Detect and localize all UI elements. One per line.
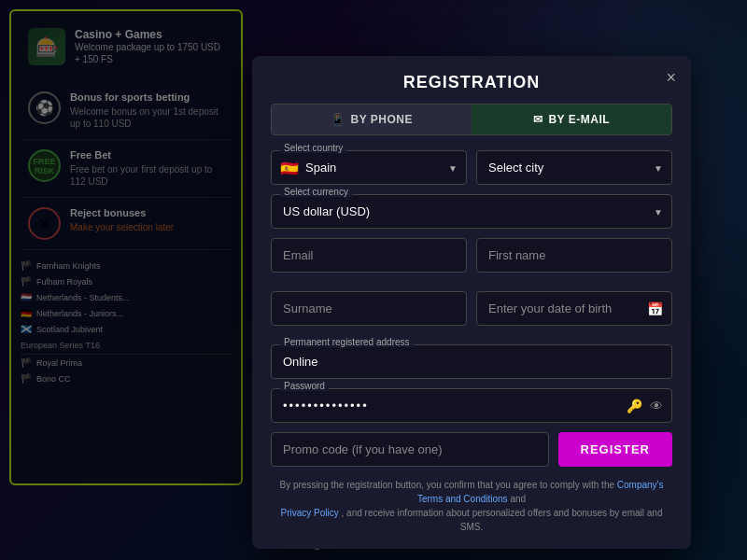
legal-suffix: , and receive information about personal… — [342, 508, 663, 532]
currency-field-wrap: Select currency US dollar (USD) Euro (EU… — [271, 194, 672, 229]
surname-input[interactable] — [271, 291, 467, 326]
close-button[interactable]: × — [666, 69, 676, 86]
promo-input[interactable] — [271, 432, 549, 467]
legal-and: and — [510, 494, 526, 504]
password-field-wrap: Password 🔑 👁 — [271, 388, 672, 423]
city-select[interactable]: Select city — [476, 150, 672, 185]
tab-bar: 📱 BY PHONE ✉ BY E-MAIL — [271, 104, 672, 135]
registration-modal: REGISTRATION × 📱 BY PHONE ✉ BY E-MAIL Se… — [252, 56, 691, 549]
address-input[interactable]: Online — [271, 344, 672, 379]
promo-field-wrap — [271, 432, 549, 467]
firstname-input[interactable] — [476, 238, 672, 273]
password-toggle-icon[interactable]: 👁 — [650, 399, 663, 413]
country-select[interactable]: Spain Germany France — [271, 150, 467, 185]
email-input[interactable] — [271, 238, 467, 273]
country-city-row: Select country 🇪🇸 Spain Germany France S… — [271, 150, 672, 185]
currency-select-wrap: US dollar (USD) Euro (EUR) Bitcoin (BTC) — [271, 194, 672, 229]
address-field-wrap: Permanent registered address Online — [271, 344, 672, 379]
country-label: Select country — [280, 143, 346, 153]
tab-email[interactable]: ✉ BY E-MAIL — [472, 105, 671, 134]
tab-phone-label: BY PHONE — [351, 113, 413, 126]
password-label: Password — [280, 381, 329, 391]
promo-register-row: REGISTER — [271, 432, 672, 467]
dob-field-wrap: 📅 — [476, 291, 672, 326]
email-firstname-row — [271, 238, 672, 282]
register-button[interactable]: REGISTER — [558, 432, 672, 467]
dob-input[interactable] — [476, 291, 672, 326]
modal-header: REGISTRATION × — [252, 56, 691, 104]
form-area: Select country 🇪🇸 Spain Germany France S… — [252, 150, 691, 549]
phone-icon: 📱 — [331, 113, 345, 126]
modal-title: REGISTRATION — [403, 73, 541, 92]
password-icons: 🔑 👁 — [627, 399, 663, 413]
firstname-field-wrap — [476, 238, 672, 273]
currency-select[interactable]: US dollar (USD) Euro (EUR) Bitcoin (BTC) — [271, 194, 672, 229]
tab-phone[interactable]: 📱 BY PHONE — [272, 105, 472, 134]
surname-field-wrap — [271, 291, 467, 326]
currency-label: Select currency — [280, 187, 352, 197]
city-select-wrap: Select city — [476, 150, 672, 185]
surname-dob-row: 📅 — [271, 291, 672, 335]
email-tab-icon: ✉ — [533, 113, 543, 126]
password-input[interactable] — [271, 388, 672, 423]
legal-prefix: By pressing the registration button, you… — [279, 480, 614, 490]
address-label: Permanent registered address — [280, 337, 414, 347]
tab-email-label: BY E-MAIL — [548, 113, 610, 126]
password-show-icon[interactable]: 🔑 — [627, 399, 642, 413]
privacy-link[interactable]: Privacy Policy — [281, 508, 339, 518]
country-select-wrap: 🇪🇸 Spain Germany France — [271, 150, 467, 185]
email-field-wrap — [271, 238, 467, 273]
legal-text: By pressing the registration button, you… — [271, 478, 672, 534]
country-field-wrap: Select country 🇪🇸 Spain Germany France — [271, 150, 467, 185]
city-field-wrap: Select city — [476, 150, 672, 185]
